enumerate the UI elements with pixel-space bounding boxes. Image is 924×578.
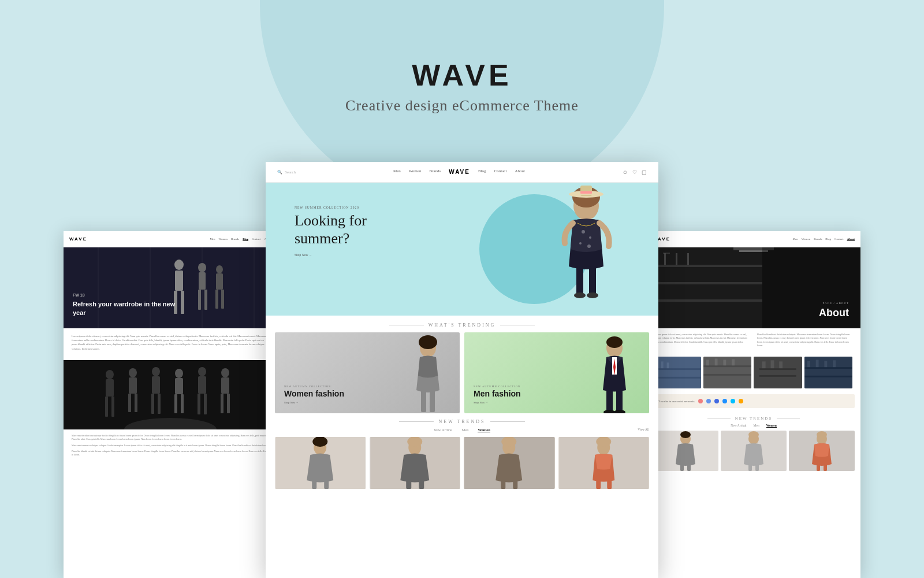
social-dot-twitter[interactable] (706, 399, 711, 403)
svg-point-67 (606, 336, 623, 348)
right-tab-new-arrival[interactable]: New Arrival (731, 424, 746, 428)
center-nav-brands[interactable]: Brands (429, 169, 441, 175)
svg-rect-12 (204, 290, 207, 310)
svg-rect-32 (175, 378, 183, 394)
center-view-all[interactable]: View All (638, 428, 649, 431)
svg-rect-122 (804, 367, 853, 369)
center-women-shop-now[interactable]: Shop Now (284, 401, 344, 404)
svg-rect-6 (175, 271, 183, 291)
svg-rect-117 (759, 375, 796, 376)
center-men-card-text: NEW AUTUMN COLLECTION Men fashion Shop N… (474, 385, 521, 404)
svg-rect-102 (653, 357, 701, 388)
center-nav-contact[interactable]: Contact (494, 169, 507, 175)
left-nav-link-blog[interactable]: Blog (243, 238, 248, 240)
svg-point-137 (748, 431, 759, 438)
svg-rect-24 (129, 377, 137, 394)
svg-rect-91 (647, 282, 762, 284)
thumb-4-svg (804, 357, 853, 388)
center-search-placeholder: Search (285, 170, 296, 175)
center-search-area[interactable]: 🔍 Search (277, 170, 296, 175)
right-social-section: ✎ scribe to our social networks (653, 394, 855, 408)
right-product-3 (789, 431, 855, 471)
right-nav-about[interactable]: About (847, 238, 855, 240)
svg-rect-130 (680, 464, 684, 471)
center-nav-men[interactable]: Men (393, 169, 401, 175)
left-nav-link-brands[interactable]: Brands (231, 238, 239, 240)
svg-rect-81 (513, 480, 517, 489)
left-nav-link-men[interactable]: Men (210, 238, 215, 240)
center-tab-women[interactable]: Women (478, 428, 490, 432)
svg-point-13 (216, 265, 223, 273)
svg-rect-38 (204, 394, 207, 414)
thumb-1-svg (653, 357, 701, 388)
center-nav-blog[interactable]: Blog (478, 169, 486, 175)
right-nav-brands[interactable]: Brands (814, 238, 822, 240)
svg-rect-108 (703, 357, 752, 388)
center-collection-label: NEW SUMMER COLLECTION 2020 (295, 206, 367, 209)
svg-point-132 (680, 431, 691, 438)
svg-point-19 (106, 370, 114, 379)
svg-rect-119 (770, 360, 774, 368)
svg-rect-52 (580, 191, 592, 194)
center-tab-new-arrival[interactable]: New Arrival (434, 428, 452, 432)
social-dot-vk[interactable] (731, 399, 735, 403)
svg-rect-11 (198, 290, 201, 310)
center-tab-men[interactable]: Men (462, 428, 469, 432)
center-new-trends-text: New trends (438, 419, 485, 424)
left-nav-link-contact[interactable]: Contact (252, 238, 261, 240)
center-men-shop-now[interactable]: Shop Now (474, 401, 521, 404)
svg-rect-36 (198, 376, 206, 394)
left-nav-link-women[interactable]: Women (219, 238, 228, 240)
svg-point-39 (221, 368, 229, 377)
right-product-1 (653, 431, 718, 471)
center-hero-line2: summer? (295, 230, 349, 247)
right-body-col-1: Lorem ipsum dolor sit amet, consectetur … (655, 333, 750, 350)
svg-rect-94 (664, 253, 666, 265)
svg-rect-118 (762, 361, 766, 368)
left-body-para-2: Maecenas tincidunt erat quisque facilisi… (72, 434, 269, 442)
center-nav-about[interactable]: About (515, 169, 525, 175)
right-tab-men[interactable]: Men (754, 424, 759, 428)
center-hero-line1: Looking for (295, 212, 367, 229)
right-nav-blog[interactable]: Blog (825, 238, 831, 240)
right-nav-men[interactable]: Men (793, 238, 798, 240)
svg-rect-34 (181, 394, 184, 413)
social-dot-linkedin[interactable] (722, 399, 727, 403)
svg-rect-10 (199, 272, 206, 290)
center-tabs-container: New Arrival Men Women View All (266, 428, 658, 432)
center-trending-text: What's trending (429, 323, 496, 328)
right-nav-contact[interactable]: Contact (834, 238, 844, 240)
screenshot-center: 🔍 Search Men Women Brands WAVE Blog Cont… (266, 162, 658, 578)
svg-point-35 (198, 367, 206, 376)
social-dot-instagram[interactable] (739, 399, 743, 403)
right-nav-women[interactable]: Women (802, 238, 810, 240)
wishlist-icon[interactable]: ♡ (632, 169, 637, 175)
svg-rect-75 (406, 480, 411, 489)
svg-rect-86 (607, 480, 612, 489)
svg-point-55 (574, 292, 586, 298)
center-hero-shop-now[interactable]: Shop Now (295, 253, 367, 257)
svg-point-66 (614, 410, 625, 413)
right-product-grid (647, 431, 860, 471)
right-hero-title: About (658, 307, 849, 319)
right-tab-women[interactable]: Women (766, 424, 777, 428)
svg-rect-22 (111, 397, 114, 417)
user-icon[interactable]: ☺ (623, 169, 628, 175)
svg-rect-21 (105, 397, 108, 417)
center-nav-women[interactable]: Women (409, 169, 422, 175)
svg-rect-41 (221, 394, 223, 413)
center-women-card-text: NEW AUTUMN COLLECTION Women fashion Shop… (284, 385, 344, 404)
cart-icon[interactable]: ▢ (642, 169, 647, 175)
svg-rect-110 (703, 374, 752, 376)
svg-point-45 (582, 230, 585, 234)
right-body-col-2: Phasellus blandit est dui dictum volutpa… (757, 333, 852, 350)
svg-rect-111 (706, 360, 709, 365)
svg-point-23 (129, 368, 137, 377)
svg-rect-115 (754, 357, 802, 388)
svg-rect-104 (653, 376, 701, 378)
svg-rect-114 (732, 359, 735, 365)
svg-rect-8 (181, 291, 184, 314)
screenshots-row: WAVE Men Women Brands Blog Contact About (0, 162, 924, 578)
social-dot-pinterest[interactable] (698, 399, 703, 403)
social-dot-facebook[interactable] (714, 399, 719, 403)
